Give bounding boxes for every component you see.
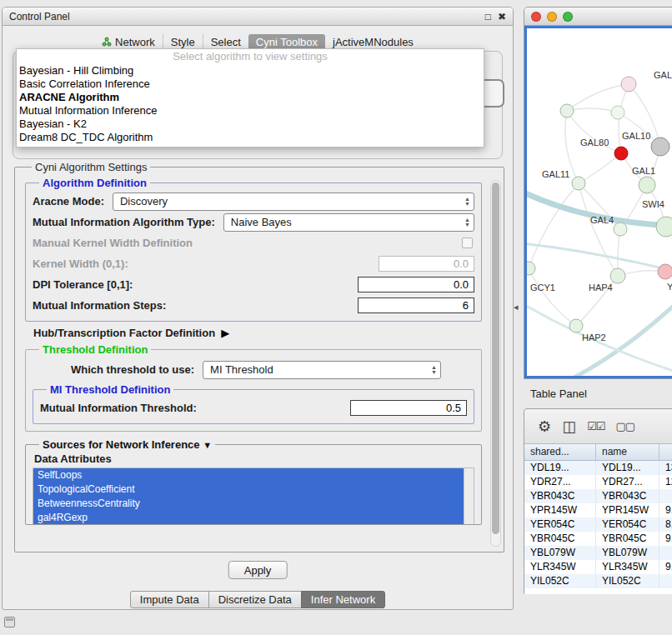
network-node[interactable] [569,319,583,332]
algorithm-option-bayesian-hill-climbing[interactable]: Bayesian - Hill Climbing [17,64,484,78]
table-cell: 9. [659,503,672,518]
table-row[interactable]: YLR345WYLR345W9. [524,560,672,574]
column-header-shared-name[interactable]: shared... [524,444,596,460]
table-cell: YER054C [524,518,596,532]
attribute-item-topologicalcoefficient[interactable]: TopologicalCoefficient [33,482,464,497]
tab-label: Style [171,36,195,48]
apply-button[interactable]: Apply [228,561,288,579]
attributes-horizontal-scrollbar[interactable] [33,524,474,525]
bottom-tab-bar: Impute DataDiscretize DataInfer Network [3,591,513,608]
mi-type-combobox[interactable]: Naive Bayes ▲▼ [223,213,474,232]
table-row[interactable]: YDL19...YDL19...13 [524,461,672,475]
network-edge[interactable] [567,108,618,112]
column-header-name[interactable]: name [596,444,659,460]
docked-panel-icon[interactable] [4,617,15,628]
node-label: HAP4 [589,282,613,292]
table-row[interactable]: YIL052CYIL052C [524,574,672,588]
mi-threshold-input[interactable] [350,400,467,416]
network-node[interactable] [560,104,574,118]
table-row[interactable]: YBR045CYBR045C9. [524,532,672,546]
attributes-vertical-scrollbar[interactable] [464,468,474,524]
tab-network[interactable]: Network [94,34,163,50]
table-row[interactable]: YER054CYER054C8. [524,518,672,532]
attribute-item-gal4rgexp[interactable]: gal4RGexp [33,511,464,525]
table-toolbar: ⚙ ◫ ☑☑ ▢▢ [524,409,672,444]
network-node[interactable] [639,177,655,193]
tab-cyni-toolbox[interactable]: Cyni Toolbox [248,34,325,50]
mac-zoom-button[interactable] [563,12,573,22]
table-row[interactable]: YBL079WYBL079W [524,546,672,560]
network-node[interactable] [621,77,636,92]
cyni-algorithm-settings-group: Cyni Algorithm Settings Algorithm Defini… [14,161,504,552]
table-row[interactable]: YPR145WYPR145W9. [524,503,672,518]
mi-threshold-label: Mutual Information Threshold: [40,402,197,414]
mi-steps-label: Mutual Information Steps: [33,299,166,312]
network-node[interactable] [614,222,627,236]
network-node[interactable] [651,138,669,156]
table-cell: YPR145W [596,503,659,518]
tab-select[interactable]: Select [203,34,248,50]
network-node[interactable] [610,268,625,283]
mi-steps-input[interactable] [358,298,474,313]
hub-definition-toggle[interactable]: Hub/Transcription Factor Definition ▶ [25,322,482,343]
network-node[interactable] [611,106,624,119]
network-node[interactable] [656,217,672,237]
network-node[interactable] [658,264,672,279]
network-node[interactable] [572,177,585,190]
bottom-tab-infer-network[interactable]: Infer Network [301,591,385,608]
deselect-all-checkboxes-icon[interactable]: ▢▢ [615,420,634,432]
which-threshold-label: Which threshold to use: [71,363,194,376]
attribute-item-betweennesscentrality[interactable]: BetweennessCentrality [33,497,464,511]
tab-style[interactable]: Style [163,34,203,50]
aracne-mode-combobox[interactable]: Discovery ▲▼ [113,192,474,211]
mi-threshold-group: MI Threshold Definition Mutual Informati… [33,383,474,424]
splitter-collapse-icon[interactable]: ◂ [514,302,519,312]
network-edge[interactable] [579,183,618,276]
algorithm-option-dream8-dc-tdc-algorithm[interactable]: Dream8 DC_TDC Algorithm [17,131,484,144]
threshold-definition-legend: Threshold Definition [43,343,148,356]
network-edge[interactable] [529,268,576,326]
network-canvas[interactable]: GALGAL80GAL10GAL11GAL1SWI4GAL4GCY1HAP4YH… [524,26,672,378]
manual-kernel-checkbox[interactable] [462,238,473,248]
mac-minimize-button[interactable] [547,12,557,22]
kernel-width-input[interactable] [379,256,474,272]
select-all-checkboxes-icon[interactable]: ☑☑ [587,420,604,432]
close-icon[interactable]: ✖ [498,12,506,22]
settings-scrollbar[interactable] [490,180,501,547]
bottom-tab-impute-data[interactable]: Impute Data [130,591,209,608]
attribute-item-selfloops[interactable]: SelfLoops [33,468,464,482]
network-edge[interactable] [527,243,672,278]
table-body: YDL19...YDL19...13YDR27...YDR27...12YBR0… [524,461,672,594]
table-row[interactable]: YBR043CYBR043C [524,489,672,503]
network-node[interactable] [527,262,535,275]
columns-icon[interactable]: ◫ [562,419,576,434]
table-cell: YLR345W [524,560,596,574]
algorithm-option-mutual-information-inference[interactable]: Mutual Information Inference [17,104,484,118]
which-threshold-combobox[interactable]: MI Threshold ▲▼ [203,361,441,379]
data-attributes-label: Data Attributes [33,451,474,468]
collapse-arrow-icon[interactable]: ▼ [203,440,212,450]
mac-close-button[interactable] [531,12,541,22]
node-label: Y [667,282,672,292]
network-edge[interactable] [579,153,621,183]
algorithm-option-aracne-algorithm[interactable]: ARACNE Algorithm [17,91,484,104]
float-window-icon[interactable]: □ [485,12,491,22]
algorithm-option-bayesian-k2[interactable]: Bayesian - K2 [17,118,484,131]
column-header-extra[interactable] [659,444,672,460]
bottom-tab-discretize-data[interactable]: Discretize Data [208,591,302,608]
settings-scrollbar-thumb[interactable] [492,182,499,534]
node-label: GAL11 [542,169,569,179]
table-cell: YLR345W [596,560,659,574]
table-row[interactable]: YDR27...YDR27...12 [524,475,672,489]
tab-label: Select [211,36,241,48]
algorithm-definition-legend: Algorithm Definition [43,177,147,189]
algorithm-option-basic-correlation-inference[interactable]: Basic Correlation Inference [17,78,484,91]
gear-icon[interactable]: ⚙ [538,419,551,434]
table-cell: YDL19... [596,461,659,475]
network-node[interactable] [614,147,628,160]
table-cell: YBL079W [596,546,659,560]
tab-jactivemnodules[interactable]: jActiveMNodules [325,34,421,50]
dpi-tolerance-input[interactable] [358,277,474,292]
threshold-definition-group: Threshold Definition Which threshold to … [25,343,482,432]
algorithm-dropdown-popup: Select algorithm to view settings Bayesi… [16,48,484,148]
